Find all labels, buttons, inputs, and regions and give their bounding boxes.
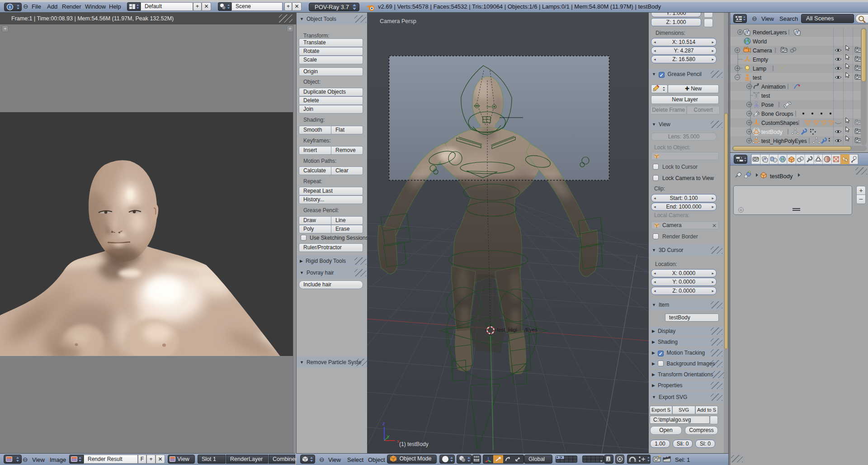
- svg-text:z: z: [382, 421, 385, 426]
- svg-text:x: x: [397, 438, 400, 444]
- svg-text:test_Higl: test_Higl: [497, 327, 517, 332]
- svg-text:Camera Persp: Camera Persp: [380, 18, 416, 24]
- svg-text:(1) testBody: (1) testBody: [399, 441, 429, 447]
- svg-text:/Eyes: /Eyes: [524, 327, 538, 332]
- svg-text:i: i: [9, 5, 11, 9]
